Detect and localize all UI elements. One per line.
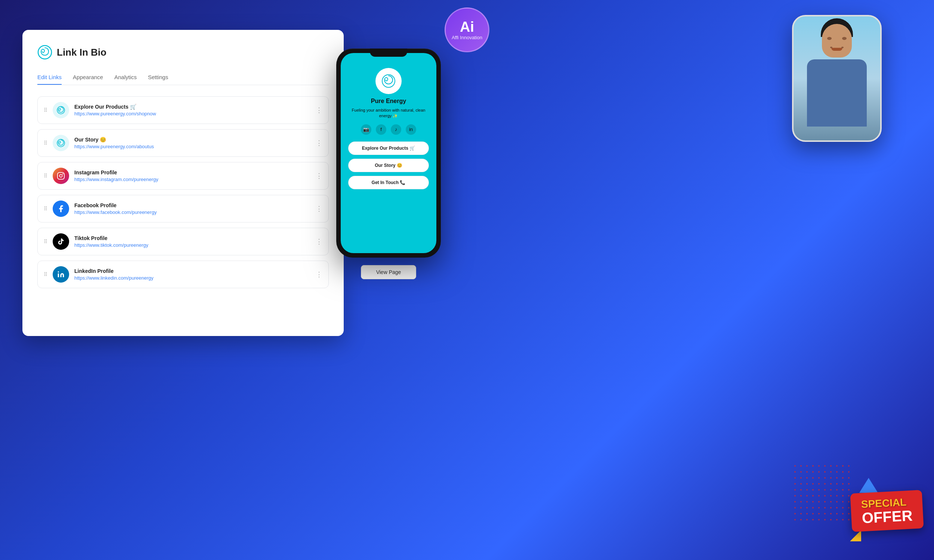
tab-analytics[interactable]: Analytics <box>114 71 137 85</box>
dot-pattern-decoration <box>792 463 852 523</box>
link-more-4[interactable]: ⋮ <box>316 205 322 213</box>
link-row-instagram: ⠿ Instagram Profile https://www.instagra… <box>37 162 329 190</box>
link-content-6: LinkedIn Profile https://www.linkedin.co… <box>74 268 310 281</box>
view-page-button[interactable]: View Page <box>361 265 416 279</box>
link-title-6: LinkedIn Profile <box>74 268 310 274</box>
logo-sub: Affi Innovation <box>452 35 482 40</box>
panel-header: Link In Bio <box>37 45 329 60</box>
link-row-tiktok: ⠿ Tiktok Profile https://www.tiktok.com/… <box>37 228 329 255</box>
panel-title: Link In Bio <box>57 47 106 58</box>
drag-handle-4[interactable]: ⠿ <box>44 206 48 212</box>
link-more-6[interactable]: ⋮ <box>316 270 322 278</box>
blue-accent-triangle <box>859 478 878 493</box>
affi-innovation-logo: Ai Affi Innovation <box>445 8 489 52</box>
link-icon-linkedin <box>53 266 69 283</box>
link-content-2: Our Story 😊 https://www.pureenergy.com/a… <box>74 137 310 149</box>
link-row-facebook: ⠿ Facebook Profile https://www.facebook.… <box>37 195 329 223</box>
link-more-3[interactable]: ⋮ <box>316 172 322 180</box>
link-icon-facebook <box>53 200 69 217</box>
tab-settings[interactable]: Settings <box>148 71 168 85</box>
phone-instagram-icon: 📷 <box>361 124 371 135</box>
phone-btn-story[interactable]: Our Story 😊 <box>348 158 429 172</box>
svg-point-8 <box>382 75 395 88</box>
offer-label: OFFER <box>862 508 913 525</box>
link-url-3: https://www.instagram.com/pureenergy <box>74 177 310 182</box>
phone-tiktok-icon: ♪ <box>391 124 401 135</box>
link-url-2: https://www.pureenergy.com/aboutus <box>74 144 310 149</box>
phone-preview-container: Pure Energy Fueling your ambition with n… <box>336 49 441 279</box>
person-head <box>822 24 852 57</box>
drag-handle-2[interactable]: ⠿ <box>44 140 48 146</box>
link-url-5: https://www.tiktok.com/pureenergy <box>74 242 310 248</box>
person-silhouette <box>794 17 880 140</box>
special-offer-badge: SPECIAL OFFER <box>850 490 924 532</box>
svg-point-4 <box>59 174 62 177</box>
link-title-1: Explore Our Products 🛒 <box>74 104 310 110</box>
link-title-5: Tiktok Profile <box>74 235 310 241</box>
link-content-3: Instagram Profile https://www.instagram.… <box>74 169 310 182</box>
svg-rect-6 <box>58 274 59 277</box>
link-icon-cyan-2 <box>53 135 69 151</box>
link-row-story: ⠿ Our Story 😊 https://www.pureenergy.com… <box>37 129 329 157</box>
phone-description: Fueling your ambition with natural, clea… <box>348 108 429 119</box>
link-row-linkedin: ⠿ LinkedIn Profile https://www.linkedin.… <box>37 261 329 288</box>
drag-handle-5[interactable]: ⠿ <box>44 238 48 245</box>
link-content-5: Tiktok Profile https://www.tiktok.com/pu… <box>74 235 310 248</box>
link-url-4: https://www.facebook.com/pureenergy <box>74 209 310 215</box>
link-title-4: Facebook Profile <box>74 202 310 208</box>
drag-handle-1[interactable]: ⠿ <box>44 107 48 113</box>
phone-notch <box>370 49 407 57</box>
tabs-bar: Edit Links Appearance Analytics Settings <box>37 71 329 85</box>
tab-appearance[interactable]: Appearance <box>73 71 103 85</box>
link-title-3: Instagram Profile <box>74 169 310 175</box>
link-more-1[interactable]: ⋮ <box>316 106 322 114</box>
phone-outer: Pure Energy Fueling your ambition with n… <box>336 49 441 258</box>
link-title-2: Our Story 😊 <box>74 137 310 143</box>
logo-text: Ai <box>460 20 474 34</box>
link-icon-cyan-1 <box>53 102 69 118</box>
link-content-1: Explore Our Products 🛒 https://www.puree… <box>74 104 310 117</box>
phone-profile-icon <box>376 68 402 94</box>
panel-swirl-icon <box>37 45 52 60</box>
phone-linkedin-icon: in <box>406 124 416 135</box>
link-more-2[interactable]: ⋮ <box>316 139 322 147</box>
person-photo <box>792 15 882 142</box>
phone-social-icons-row: 📷 f ♪ in <box>361 124 416 135</box>
link-url-1: https://www.pureenergy.com/shopnow <box>74 111 310 117</box>
link-icon-tiktok <box>53 233 69 250</box>
phone-btn-explore[interactable]: Explore Our Products 🛒 <box>348 142 429 155</box>
svg-rect-3 <box>57 172 64 179</box>
link-content-4: Facebook Profile https://www.facebook.co… <box>74 202 310 215</box>
yellow-accent-triangle <box>850 530 861 542</box>
person-body <box>807 59 867 126</box>
tab-edit-links[interactable]: Edit Links <box>37 71 62 85</box>
svg-point-5 <box>62 174 63 175</box>
phone-btn-contact[interactable]: Get In Touch 📞 <box>348 176 429 189</box>
link-row-explore: ⠿ Explore Our Products 🛒 https://www.pur… <box>37 96 329 124</box>
svg-point-7 <box>58 271 59 272</box>
drag-handle-3[interactable]: ⠿ <box>44 173 48 179</box>
link-icon-instagram <box>53 168 69 184</box>
phone-profile-name: Pure Energy <box>371 98 406 105</box>
drag-handle-6[interactable]: ⠿ <box>44 271 48 277</box>
dashboard-panel: Link In Bio Edit Links Appearance Analyt… <box>22 30 344 336</box>
link-more-5[interactable]: ⋮ <box>316 237 322 246</box>
link-url-6: https://www.linkedin.com/pureenergy <box>74 275 310 281</box>
phone-facebook-icon: f <box>376 124 386 135</box>
phone-screen: Pure Energy Fueling your ambition with n… <box>341 53 436 253</box>
